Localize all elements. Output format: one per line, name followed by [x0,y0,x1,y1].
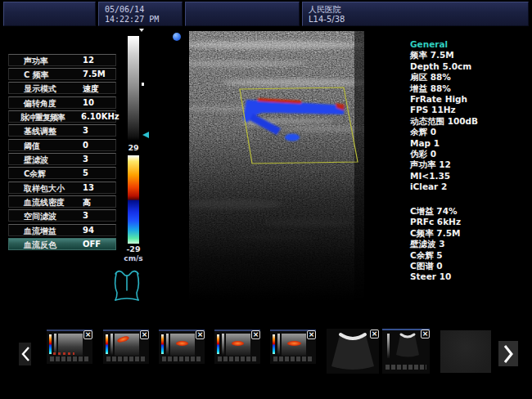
thumbnail-7[interactable]: × [382,329,430,374]
param-value: 速度 [83,83,99,95]
thumb-flow-dots [53,352,74,355]
thumb-flow-blob [287,341,301,346]
thumb-graybar [277,334,280,355]
param-row-line-density[interactable]: 血流线密度高 [8,195,116,208]
close-thumbnail-button[interactable]: × [370,330,379,338]
thumb-flow-blob [176,341,188,346]
chevron-left-icon [20,346,30,362]
close-thumbnail-button[interactable]: × [421,330,430,338]
topbar-exam-panel [185,2,300,26]
info-line-gain: 增益 88% [410,83,530,94]
info-line-pseudocolor: 伪彩 0 [410,149,530,159]
thumb-button-row [50,356,89,361]
prev-page-button[interactable] [19,343,31,365]
param-label: 血流增益 [24,226,56,237]
param-value: 3 [83,155,88,164]
param-label: 显示模式 [24,83,56,95]
param-row-display-mode[interactable]: 显示模式速度 [8,82,116,94]
next-page-button[interactable] [498,341,518,366]
param-row-packet-size[interactable]: 取样包大小13 [8,182,116,194]
thumbnail-3[interactable]: × [159,330,205,364]
param-row-prf[interactable]: 脉冲重复频率6.10KHz [8,110,116,123]
param-label: 血流线密度 [24,197,65,208]
info-line-steer: Steer 10 [410,271,530,282]
thumb-colorbar [161,334,164,354]
param-value: 5 [83,168,88,177]
param-row-color-gain[interactable]: 血流增益94 [8,224,116,236]
info-line-dynrange: 动态范围 100dB [410,116,530,127]
info-line-wallfilter: 壁滤波 3 [410,239,530,249]
param-label: 声功率 [24,56,48,67]
param-value: 10 [83,98,94,107]
topbar-hospital-panel: 人民医院L14-5/38 [302,2,529,26]
param-row-flow-invert-selected[interactable]: 血流反色OFF [8,238,116,250]
gain-marker-icon [139,29,144,32]
thumbnail-1[interactable]: × [47,330,92,364]
thumb-colorbar [49,334,52,354]
datetime-text: 05/06/1414:22:27 PM [105,5,159,25]
velocity-unit-label: cm/s [119,254,147,262]
thumb-colorbar [273,334,275,354]
thumb-graybar [387,334,390,358]
info-line-map: Map 1 [410,138,530,149]
param-value: 6.10KHz [81,112,119,121]
info-line-cmap: C图谱 0 [410,261,530,271]
param-label: 偏转角度 [24,98,56,110]
thumb-colorbar [217,334,219,354]
thumb-button-row [385,365,426,370]
grayscale-bar [128,36,139,141]
info-line-prfc: PRFc 6kHz [410,217,530,227]
info-line-cfreq: C频率 7.5M [410,228,530,239]
close-thumbnail-button[interactable]: × [140,330,149,339]
param-row-threshold[interactable]: 阈值0 [8,139,116,151]
thumb-flow-blob [116,335,129,343]
param-row-spatial-filter[interactable]: 空间滤波3 [8,209,116,222]
param-label: C 频率 [24,69,49,81]
close-thumbnail-button[interactable]: × [307,330,316,339]
velocity-max-label: 29 [123,143,144,152]
thumb-image [282,334,306,356]
param-row-c-frequency[interactable]: C 频率7.5M [8,68,116,80]
param-row-baseline[interactable]: 基线调整3 [8,124,116,137]
close-thumbnail-button[interactable]: × [251,330,260,339]
thumb-button-row [106,356,146,361]
param-row-wall-filter[interactable]: 壁滤波3 [8,153,116,165]
thumb-button-row [218,356,257,361]
probe-model: L14-5/38 [309,15,345,24]
thumb-sector-image [392,332,423,363]
info-line-frrate: FrRate High [410,94,530,105]
general-header: General [410,39,530,50]
info-line-cpersist: C余辉 5 [410,250,530,261]
date-text: 05/06/14 [105,5,144,14]
thumb-graybar [110,334,113,355]
ultrasound-screen: 05/06/1414:22:27 PM 人民医院L14-5/38 声功率12 C… [0,0,532,399]
thumbnail-6[interactable]: × [327,329,379,374]
close-thumbnail-button[interactable]: × [196,330,205,339]
param-value: 3 [83,211,88,220]
focus-marker-icon [142,83,144,86]
param-value: 94 [83,226,94,235]
thumb-flow-blob [232,341,244,346]
thumbnail-4[interactable]: × [214,330,260,364]
topbar-patient-panel [3,2,96,26]
param-row-acoustic-power[interactable]: 声功率12 [8,54,116,66]
thumb-image [170,334,195,356]
param-label: 取样包大小 [24,183,65,195]
param-row-c-persistence[interactable]: C余辉5 [8,167,116,179]
info-line-iclear: iClear 2 [410,182,530,192]
thumbnail-8-empty[interactable] [440,330,491,373]
c-mode-info-panel: C增益 74% PRFc 6kHz C频率 7.5M 壁滤波 3 C余辉 5 C… [410,206,530,283]
thumbnail-2[interactable]: × [103,330,149,364]
param-label: C余辉 [24,168,46,180]
param-label: 空间滤波 [24,211,56,222]
thumb-graybar [166,334,169,355]
param-value: 0 [83,141,88,150]
param-value: 7.5M [83,69,106,78]
thumbnail-5[interactable]: × [270,330,316,364]
ultrasound-image[interactable] [189,31,364,301]
param-row-steer-angle[interactable]: 偏转角度10 [8,96,116,109]
cine-indicator-icon [173,33,181,41]
time-text: 14:22:27 PM [105,15,159,24]
hospital-text: 人民医院L14-5/38 [309,5,345,25]
close-thumbnail-button[interactable]: × [83,330,92,339]
